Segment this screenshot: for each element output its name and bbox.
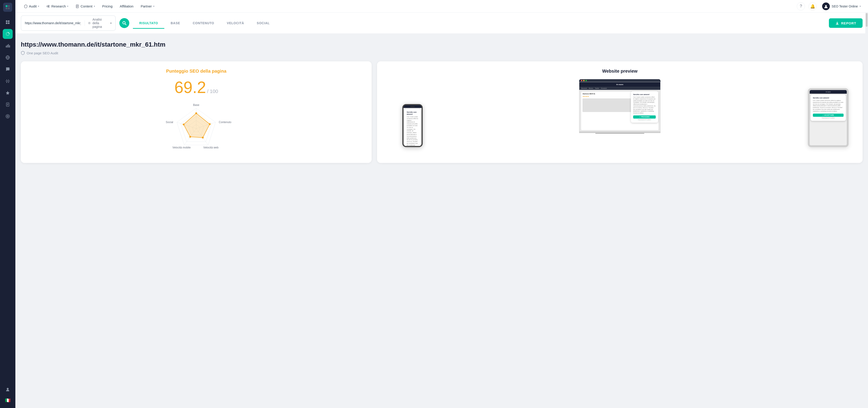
cookie-settings-btn[interactable]: Impostazioni Cookies [633,119,656,120]
flag-italy[interactable]: 🇮🇹 [4,397,11,404]
analysis-dropdown-chevron: ▾ [110,22,112,25]
cookie-settings-btn-tablet[interactable]: Impostazioni Cookies [813,117,844,119]
url-bar-section: Analisi della pagina ▾ RISULTATO BASE CO… [16,13,868,34]
cookie-popup-tablet: Servito con amore! Con i nostri cookie v… [811,95,846,121]
svg-text:Social: Social [166,121,173,124]
help-button[interactable]: ? [797,2,805,10]
nav-item-affiliation[interactable]: Affiliation [117,3,137,9]
user-name: SEO Tester Online [832,4,858,8]
svg-point-50 [209,123,211,125]
svg-rect-2 [6,7,7,9]
page-subtitle: One page SEO Audit [21,51,863,55]
sidebar-item-user[interactable] [3,384,13,395]
sidebar: 🇮🇹 [0,0,16,408]
analysis-type-select[interactable]: Analisi della pagina ▾ [88,18,112,29]
desktop-device: th mann Strumenti Musica Toplisti Occasi… [579,79,660,134]
report-button[interactable]: REPORT [829,18,863,28]
search-button[interactable] [119,18,129,28]
sidebar-item-globe[interactable] [3,53,13,62]
nav-item-content[interactable]: Content ▾ [72,3,98,9]
svg-point-53 [183,123,185,125]
score-display: 69.2 / 100 [28,79,364,95]
svg-rect-0 [6,5,7,7]
sidebar-bottom: 🇮🇹 [3,384,13,405]
seo-score-denom: / 100 [207,88,218,94]
svg-point-19 [7,116,8,117]
url-divider [85,20,85,26]
nav-content-chevron: ▾ [94,5,95,7]
sidebar-item-tools[interactable] [3,76,13,86]
svg-point-49 [195,113,197,114]
svg-rect-6 [6,22,7,24]
sidebar-item-chat[interactable] [3,64,13,74]
notifications-button[interactable]: 🔔 [809,2,817,10]
nav-partner-label: Partner [141,4,152,8]
svg-rect-1 [8,5,10,7]
tablet-device: th mann Servito con amore! Con i nostri … [808,88,848,147]
svg-rect-3 [8,7,10,9]
cookie-popup-phone: Servito con amore! Con i nostri cookie v… [404,109,421,146]
url-input-wrapper[interactable]: Analisi della pagina ▾ [21,16,116,31]
tab-social[interactable]: SOCIAL [250,18,276,29]
svg-text:Base: Base [193,104,199,107]
user-menu-button[interactable]: SEO Tester Online ▾ [820,2,863,11]
nav-audit-chevron: ▾ [38,5,39,7]
tab-contenuto[interactable]: CONTENUTO [186,18,221,29]
report-button-label: REPORT [841,21,856,25]
nav-affiliation-label: Affiliation [120,4,133,8]
cookie-accept-btn-tablet[interactable]: ✓ ACCETTARE [813,114,844,117]
top-navbar: Audit ▾ Research ▾ Content ▾ Pricing Aff… [16,0,868,13]
radar-chart: Base Contenuto Velocità web Velocità mob… [158,99,235,156]
nav-pricing-label: Pricing [102,4,113,8]
svg-line-24 [48,6,49,6]
tab-base[interactable]: BASE [164,18,186,29]
svg-rect-8 [6,46,6,48]
svg-rect-4 [6,20,7,22]
page-subtitle-text: One page SEO Audit [27,51,58,55]
logo[interactable] [3,3,12,12]
website-preview-card: Website preview th mann [377,61,863,163]
seo-score-card: Punteggio SEO della pagina 69.2 / 100 [21,61,372,163]
tab-risultato[interactable]: RISULTATO [133,18,164,29]
nav-item-partner[interactable]: Partner ▾ [137,3,157,9]
content-area: https://www.thomann.de/it/startone_mkr_6… [16,34,868,170]
user-avatar [822,2,830,10]
page-title: https://www.thomann.de/it/startone_mkr_6… [21,41,863,48]
svg-point-20 [7,388,8,390]
nav-audit-label: Audit [29,4,37,8]
tabs-bar: RISULTATO BASE CONTENUTO VELOCITÀ SOCIAL [133,18,825,28]
sidebar-item-dashboard[interactable] [3,17,13,27]
cookie-accept-btn[interactable]: ✓ PROSSIMO [633,115,656,119]
sidebar-item-star[interactable] [3,88,13,98]
scrollbar[interactable] [865,13,868,408]
svg-point-52 [189,136,191,138]
sidebar-item-target[interactable] [3,111,13,121]
preview-card-title: Website preview [384,68,855,74]
svg-text:Velocità mobile: Velocità mobile [173,146,191,149]
nav-item-audit[interactable]: Audit ▾ [21,3,42,9]
analysis-type-label: Analisi della pagina [92,18,108,29]
svg-rect-10 [8,44,9,48]
devices-container: th mann Strumenti Musica Toplisti Occasi… [384,79,855,147]
svg-text:Velocità web: Velocità web [203,146,219,149]
seo-score-number: 69.2 [174,78,206,96]
tab-velocita[interactable]: VELOCITÀ [220,18,250,29]
nav-partner-chevron: ▾ [153,5,154,7]
url-input[interactable] [25,21,81,25]
sidebar-item-report[interactable] [3,99,13,110]
user-dropdown-chevron: ▾ [860,5,861,7]
svg-rect-7 [8,22,9,24]
seo-score-card-title: Punteggio SEO della pagina [28,68,364,74]
scrollbar-thumb[interactable] [866,13,868,27]
svg-line-25 [48,6,49,7]
nav-item-pricing[interactable]: Pricing [99,3,116,9]
svg-text:Contenuto: Contenuto [219,121,231,124]
radar-chart-container: Base Contenuto Velocità web Velocità mob… [28,97,364,156]
sidebar-item-seo-check[interactable] [3,29,13,39]
sidebar-item-analytics[interactable] [3,41,13,51]
cards-row: Punteggio SEO della pagina 69.2 / 100 [21,61,863,163]
svg-point-51 [202,137,204,139]
svg-rect-9 [7,45,8,48]
svg-line-36 [125,24,126,25]
nav-item-research[interactable]: Research ▾ [43,3,71,9]
